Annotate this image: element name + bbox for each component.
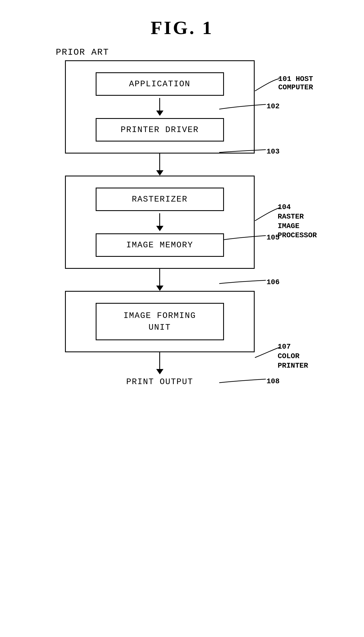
page: FIG. 1 PRIOR ART 101 HOST COMPUTER <box>0 0 364 637</box>
image-forming-unit-block: IMAGE FORMINGUNIT <box>96 303 224 340</box>
fig-title: FIG. 1 <box>151 17 213 39</box>
host-computer-box: APPLICATION PRINTER DRIVER <box>65 60 255 154</box>
image-memory-block: IMAGE MEMORY <box>96 233 224 257</box>
arrow-host-to-rip <box>65 154 255 176</box>
diagram-area: 101 HOST COMPUTER 102 103 104 RASTER IMA… <box>57 60 308 387</box>
arrow-rip-to-printer <box>65 269 255 291</box>
printer-box: IMAGE FORMINGUNIT <box>65 291 255 352</box>
arrow-to-output <box>65 352 255 374</box>
prior-art-label: PRIOR ART <box>56 47 109 58</box>
printer-driver-block: PRINTER DRIVER <box>96 118 224 142</box>
rip-box: RASTERIZER IMAGE MEMORY <box>65 176 255 269</box>
application-block: APPLICATION <box>96 72 224 96</box>
print-output-label: PRINT OUTPUT <box>65 377 255 387</box>
rasterizer-block: RASTERIZER <box>96 188 224 211</box>
diagram-container: APPLICATION PRINTER DRIVER RASTERIZER <box>57 60 308 387</box>
